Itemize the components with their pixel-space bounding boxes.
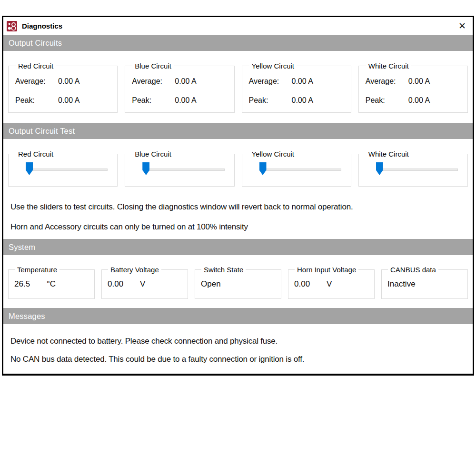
slider-track[interactable] bbox=[263, 169, 341, 171]
horn-input-voltage-value: 0.00 bbox=[294, 279, 319, 289]
peak-label: Peak: bbox=[132, 96, 175, 105]
average-label: Average: bbox=[249, 77, 292, 86]
circuit-box-blue-label: Blue Circuit bbox=[132, 62, 174, 70]
battery-voltage-unit: V bbox=[140, 279, 145, 289]
diagnostics-window: Diagnostics ✕ Output Circuits Red Circui… bbox=[2, 16, 474, 376]
section-header-messages: Messages bbox=[3, 308, 473, 324]
canbus-data-value-row: Inactive bbox=[387, 279, 465, 289]
peak-value: 0.00 A bbox=[408, 96, 430, 105]
average-label: Average: bbox=[15, 77, 58, 86]
average-label: Average: bbox=[132, 77, 175, 86]
temperature-unit: °C bbox=[47, 279, 56, 289]
average-row: Average: 0.00 A bbox=[366, 77, 465, 86]
peak-label: Peak: bbox=[366, 96, 408, 105]
temperature-label: Temperature bbox=[15, 266, 60, 274]
average-value: 0.00 A bbox=[58, 77, 79, 86]
canbus-data-label: CANBUS data bbox=[388, 266, 438, 274]
horn-input-voltage-value-row: 0.00 V bbox=[294, 279, 371, 289]
switch-state-value-row: Open bbox=[201, 279, 278, 289]
slider-thumb-red[interactable] bbox=[26, 162, 33, 175]
battery-voltage-label: Battery Voltage bbox=[108, 266, 161, 274]
circuit-box-white-label: White Circuit bbox=[366, 62, 411, 70]
window-title: Diagnostics bbox=[22, 22, 62, 30]
output-circuits-row: Red Circuit Average: 0.00 A Peak: 0.00 A… bbox=[8, 62, 468, 113]
average-label: Average: bbox=[366, 77, 408, 86]
slider-thumb-yellow[interactable] bbox=[259, 162, 267, 175]
system-row: Temperature 26.5 °C Battery Voltage 0.00… bbox=[8, 266, 468, 299]
peak-row: Peak: 0.00 A bbox=[15, 96, 114, 105]
slider-box-red: Red Circuit bbox=[8, 150, 118, 187]
peak-row: Peak: 0.00 A bbox=[366, 96, 465, 105]
circuit-box-white: White Circuit Average: 0.00 A Peak: 0.00… bbox=[358, 62, 468, 113]
battery-voltage-value-row: 0.00 V bbox=[108, 279, 185, 289]
average-row: Average: 0.00 A bbox=[15, 77, 114, 86]
slider-box-yellow-label: Yellow Circuit bbox=[249, 150, 297, 158]
section-header-system: System bbox=[3, 239, 473, 255]
close-button[interactable]: ✕ bbox=[458, 21, 466, 30]
system-box-battery-voltage: Battery Voltage 0.00 V bbox=[101, 266, 188, 299]
average-value: 0.00 A bbox=[175, 77, 196, 86]
circuit-box-red-label: Red Circuit bbox=[16, 62, 56, 70]
circuit-test-row: Red Circuit Blue Circuit Yellow Circuit … bbox=[8, 150, 468, 187]
peak-label: Peak: bbox=[15, 96, 58, 105]
slider-track[interactable] bbox=[379, 169, 458, 171]
peak-value: 0.00 A bbox=[58, 96, 79, 105]
average-value: 0.00 A bbox=[408, 77, 430, 86]
peak-row: Peak: 0.00 A bbox=[249, 96, 348, 105]
red-circuit-slider[interactable] bbox=[21, 160, 112, 181]
intensity-note-text: Horn and Accessory circuits can only be … bbox=[3, 222, 473, 232]
peak-row: Peak: 0.00 A bbox=[132, 96, 231, 105]
horn-input-voltage-unit: V bbox=[327, 279, 332, 289]
temperature-value: 26.5 bbox=[14, 279, 39, 289]
peak-label: Peak: bbox=[249, 96, 292, 105]
temperature-value-row: 26.5 °C bbox=[14, 279, 91, 289]
circuit-box-blue: Blue Circuit Average: 0.00 A Peak: 0.00 … bbox=[125, 62, 234, 113]
battery-voltage-value: 0.00 bbox=[108, 279, 132, 289]
app-logo-icon bbox=[7, 21, 17, 31]
slider-box-white: White Circuit bbox=[358, 150, 468, 187]
system-box-temperature: Temperature 26.5 °C bbox=[8, 266, 95, 299]
message-canbus: No CAN bus data detected. This could be … bbox=[3, 355, 473, 364]
switch-state-label: Switch State bbox=[201, 266, 246, 274]
section-header-output-circuit-test: Output Circuit Test bbox=[3, 123, 473, 139]
circuit-box-yellow: Yellow Circuit Average: 0.00 A Peak: 0.0… bbox=[242, 62, 351, 113]
message-battery: Device not connected to battery. Please … bbox=[3, 337, 473, 346]
blue-circuit-slider[interactable] bbox=[138, 160, 229, 181]
canbus-data-value: Inactive bbox=[387, 279, 416, 289]
circuit-box-red: Red Circuit Average: 0.00 A Peak: 0.00 A bbox=[8, 62, 118, 113]
slider-box-red-label: Red Circuit bbox=[16, 150, 56, 158]
slider-track[interactable] bbox=[29, 169, 108, 171]
average-row: Average: 0.00 A bbox=[249, 77, 348, 86]
switch-state-value: Open bbox=[201, 279, 226, 289]
slider-thumb-blue[interactable] bbox=[142, 162, 149, 175]
slider-box-blue: Blue Circuit bbox=[125, 150, 234, 187]
section-header-output-circuits: Output Circuits bbox=[3, 35, 473, 51]
peak-value: 0.00 A bbox=[292, 96, 313, 105]
circuit-box-yellow-label: Yellow Circuit bbox=[249, 62, 297, 70]
white-circuit-slider[interactable] bbox=[371, 160, 463, 181]
system-box-horn-input-voltage: Horn Input Voltage 0.00 V bbox=[288, 266, 375, 299]
system-box-switch-state: Switch State Open bbox=[195, 266, 281, 299]
average-value: 0.00 A bbox=[292, 77, 313, 86]
average-row: Average: 0.00 A bbox=[132, 77, 231, 86]
horn-input-voltage-label: Horn Input Voltage bbox=[295, 266, 358, 274]
slider-box-blue-label: Blue Circuit bbox=[132, 150, 174, 158]
slider-instructions-text: Use the sliders to test circuits. Closin… bbox=[3, 202, 473, 212]
slider-thumb-white[interactable] bbox=[376, 162, 383, 175]
slider-box-yellow: Yellow Circuit bbox=[242, 150, 351, 187]
peak-value: 0.00 A bbox=[175, 96, 196, 105]
title-bar: Diagnostics ✕ bbox=[3, 17, 473, 35]
slider-box-white-label: White Circuit bbox=[366, 150, 411, 158]
yellow-circuit-slider[interactable] bbox=[255, 160, 346, 181]
system-box-canbus-data: CANBUS data Inactive bbox=[381, 266, 468, 299]
slider-track[interactable] bbox=[146, 169, 224, 171]
